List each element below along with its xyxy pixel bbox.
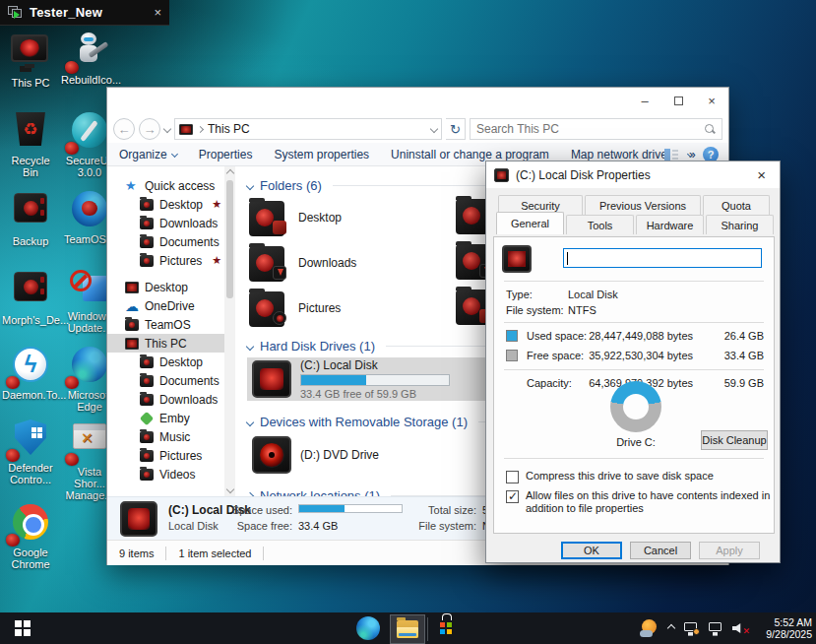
- sidebar-item-pc-downloads[interactable]: Downloads: [107, 390, 235, 409]
- index-checkbox-row[interactable]: Allow files on this drive to have conten…: [506, 489, 772, 515]
- folder-tile-downloads[interactable]: Downloads: [247, 240, 454, 286]
- dvd-icon: [251, 435, 292, 475]
- dragon-badge-icon: [65, 142, 79, 155]
- taskbar-explorer-button[interactable]: [390, 614, 425, 644]
- desktop-icon-recycle-bin[interactable]: ♻ Recycle Bin: [2, 110, 59, 178]
- start-button[interactable]: [0, 612, 45, 644]
- refresh-button[interactable]: ↻: [446, 118, 466, 140]
- folder-icon: [140, 218, 154, 229]
- address-dropdown-icon[interactable]: [430, 125, 438, 133]
- sidebar-item-downloads-pinned[interactable]: Downloads★: [107, 214, 235, 232]
- sidebar-scrollbar[interactable]: [224, 166, 235, 496]
- onedrive-cloud-icon: ☁: [125, 300, 139, 312]
- system-properties-command[interactable]: System properties: [274, 148, 369, 161]
- dvd-drive-tile[interactable]: (D:) DVD Drive: [247, 433, 485, 477]
- quick-access-star-icon: ★: [125, 180, 139, 192]
- sidebar-item-teamos[interactable]: TeamOS: [107, 315, 235, 334]
- sidebar-item-pc-desktop[interactable]: Desktop: [107, 353, 235, 371]
- folder-icon: [140, 394, 154, 406]
- tab-tools[interactable]: Tools: [566, 215, 634, 234]
- sidebar-item-pictures-pinned[interactable]: Pictures★: [107, 251, 235, 270]
- desktop-icon-this-pc[interactable]: This PC: [2, 32, 59, 89]
- maximize-button[interactable]: [661, 88, 695, 113]
- index-checkbox: [506, 490, 519, 503]
- desktop-icon-defender-control[interactable]: Defender Contro...: [2, 418, 59, 485]
- search-input[interactable]: [476, 122, 698, 136]
- tab-quota[interactable]: Quota: [703, 195, 770, 215]
- compress-checkbox-row[interactable]: Compress this drive to save disk space: [506, 470, 714, 483]
- sidebar-item-documents-pinned[interactable]: Documents★: [107, 232, 235, 251]
- sidebar-item-quick-access[interactable]: ★Quick access: [107, 176, 235, 195]
- history-dropdown-icon[interactable]: [163, 125, 171, 133]
- tab-previous-versions[interactable]: Previous Versions: [585, 195, 701, 215]
- folder-tile-pictures[interactable]: Pictures: [247, 286, 454, 331]
- ok-button[interactable]: OK: [561, 542, 622, 559]
- weather-tray-icon[interactable]: [640, 619, 659, 637]
- explorer-titlebar[interactable]: – ×: [107, 88, 728, 115]
- tray-overflow-icon[interactable]: [667, 624, 675, 632]
- view-dropdown-icon[interactable]: [687, 151, 694, 158]
- desktop-icon-morphs[interactable]: Morph's_De...: [2, 268, 59, 326]
- scroll-up-icon: [225, 169, 233, 177]
- search-box[interactable]: [470, 118, 722, 140]
- vm-windows-icon: [8, 6, 23, 19]
- sidebar-item-this-pc[interactable]: This PC: [107, 334, 235, 353]
- address-bar: ← → This PC ↻: [107, 115, 728, 143]
- breadcrumb-path[interactable]: This PC: [208, 122, 250, 136]
- properties-command[interactable]: Properties: [199, 148, 253, 161]
- desktop-icon-daemon-tools[interactable]: ϟ Daemon.To...: [2, 345, 59, 401]
- taskbar: ✕ 5:52 AM 9/28/2025: [0, 612, 816, 644]
- forward-button[interactable]: →: [139, 118, 160, 140]
- map-network-drive-command[interactable]: Map network drive: [571, 148, 667, 161]
- vm-tab-close-icon[interactable]: ×: [154, 5, 161, 20]
- folder-icon: [140, 450, 154, 462]
- back-button[interactable]: ←: [113, 118, 135, 140]
- view-layout-icon[interactable]: [664, 149, 678, 161]
- pictures-glyph-icon: [273, 311, 286, 325]
- minimize-button[interactable]: –: [628, 88, 661, 113]
- network-tray-icon[interactable]: [708, 621, 723, 635]
- volume-label-input[interactable]: [563, 248, 762, 268]
- sidebar-item-pc-pictures[interactable]: Pictures: [107, 446, 235, 465]
- dialog-close-icon[interactable]: ×: [751, 166, 772, 183]
- desktop-icon-backup[interactable]: Backup: [2, 189, 59, 247]
- close-button[interactable]: ×: [695, 88, 728, 113]
- sidebar-item-music[interactable]: Music: [107, 427, 235, 446]
- desktop-icon-rebuildico[interactable]: RebuildIco...: [61, 32, 118, 86]
- dialog-titlebar[interactable]: (C:) Local Disk Properties ×: [486, 161, 780, 188]
- apply-button[interactable]: Apply: [699, 542, 760, 559]
- uninstall-command[interactable]: Uninstall or change a program: [391, 148, 549, 161]
- organize-menu[interactable]: Organize: [119, 148, 177, 161]
- sidebar-item-desktop-pinned[interactable]: Desktop★: [107, 195, 235, 214]
- pin-icon: ★: [212, 254, 221, 267]
- sidebar-item-onedrive[interactable]: ☁OneDrive: [107, 296, 235, 315]
- dragon-badge-icon: [65, 376, 79, 389]
- selected-item-icon: [119, 500, 158, 538]
- cancel-button[interactable]: Cancel: [630, 542, 691, 559]
- tab-sharing[interactable]: Sharing: [706, 215, 774, 234]
- clock-date: 9/28/2025: [757, 628, 812, 641]
- volume-muted-icon[interactable]: ✕: [732, 621, 748, 635]
- taskbar-clock[interactable]: 5:52 AM 9/28/2025: [757, 616, 812, 641]
- drive-c-tile[interactable]: (C:) Local Disk 33.4 GB free of 59.9 GB: [247, 357, 485, 401]
- search-icon[interactable]: [704, 123, 716, 135]
- sidebar-item-pc-documents[interactable]: Documents: [107, 371, 235, 390]
- donut-label: Drive C:: [596, 436, 675, 448]
- taskbar-store-button[interactable]: [435, 617, 457, 639]
- scroll-down-icon: [225, 485, 233, 493]
- vm-tab[interactable]: Tester_New ×: [0, 0, 169, 26]
- taskbar-edge-button[interactable]: [356, 616, 380, 640]
- disk-cleanup-button[interactable]: Disk Cleanup: [701, 430, 768, 450]
- drive-icon: [251, 359, 292, 399]
- sidebar-item-videos[interactable]: Videos: [107, 465, 235, 483]
- desktop-icon-chrome[interactable]: Google Chrome: [2, 502, 59, 570]
- prohibited-icon: [70, 270, 92, 291]
- clock-time: 5:52 AM: [757, 616, 812, 629]
- display-tray-icon[interactable]: [683, 621, 699, 635]
- breadcrumb[interactable]: This PC: [174, 118, 442, 140]
- tab-general[interactable]: General: [496, 212, 564, 234]
- sidebar-item-desktop[interactable]: Desktop: [107, 278, 235, 296]
- tab-hardware[interactable]: Hardware: [636, 215, 704, 234]
- folder-tile-desktop[interactable]: Desktop: [247, 195, 454, 240]
- sidebar-item-emby[interactable]: Emby: [107, 409, 235, 427]
